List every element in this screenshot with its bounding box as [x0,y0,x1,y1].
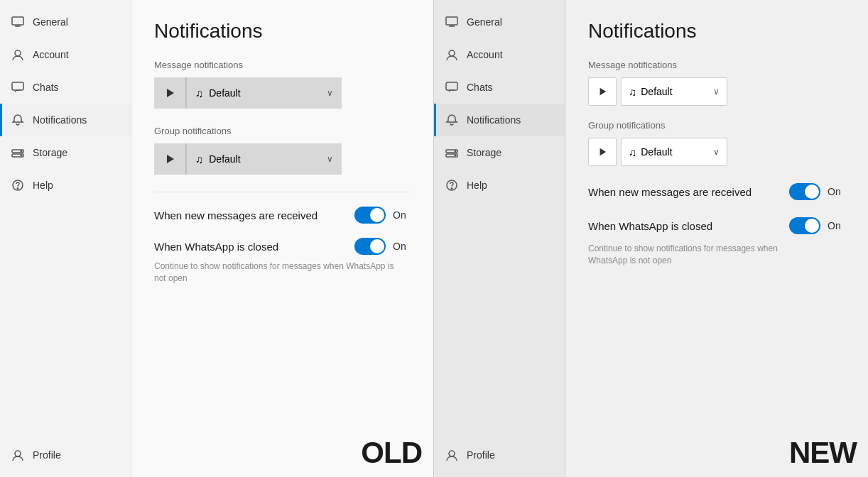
sidebar-label-help-right: Help [467,180,487,191]
profile-icon-left [11,449,24,461]
left-main-content: Notifications Message notifications ♫ De… [131,0,433,477]
right-toggle-1-switch[interactable] [789,183,820,200]
sidebar-label-chats-right: Chats [467,82,493,93]
sidebar-item-notifications-right[interactable]: Notifications [434,104,565,136]
bell-icon-left [11,114,24,126]
left-message-section-label: Message notifications [154,60,411,70]
bell-icon-right [445,114,458,126]
right-group-dropdown-arrow: ∨ [713,147,720,157]
svg-point-3 [15,50,21,56]
sidebar-label-general-left: General [33,16,68,28]
left-description: Continue to show notifications for messa… [154,261,396,285]
svg-marker-26 [600,88,607,95]
right-toggle-1-state: On [828,186,845,197]
right-toggle-2-state: On [828,220,845,231]
left-group-sound-selector: ♫ Default ∨ [154,143,411,175]
sidebar-label-profile-right: Profile [467,449,495,461]
sidebar-item-account-left[interactable]: Account [0,38,131,71]
right-group-play-button[interactable] [588,138,617,166]
right-group-sound-selector: ♫ Default ∨ [588,138,845,166]
account-icon-right [445,48,458,61]
right-page-title: Notifications [588,20,845,43]
left-divider [154,192,411,192]
chat-icon-left [11,81,24,94]
left-message-dropdown-arrow: ∨ [327,88,333,98]
right-group-sound-dropdown[interactable]: ♫ Default ∨ [621,138,727,166]
svg-point-21 [455,150,456,152]
storage-icon-left [11,146,24,159]
sidebar-item-notifications-left[interactable]: Notifications [0,104,131,136]
svg-point-8 [21,155,22,156]
sidebar-label-account-left: Account [33,49,69,60]
left-message-sound-dropdown[interactable]: ♫ Default ∨ [185,77,342,109]
right-group-sound-name: Default [641,146,709,158]
sidebar-label-storage-right: Storage [467,147,501,158]
sidebar-label-storage-left: Storage [33,147,67,158]
svg-point-17 [449,50,455,56]
left-toggle-2-switch[interactable] [354,238,386,255]
sidebar-label-notifications-right: Notifications [467,114,521,126]
left-message-play-button[interactable] [154,77,185,109]
svg-marker-13 [167,155,174,163]
right-main-content: Notifications Message notifications ♫ De… [565,0,868,477]
left-group-sound-dropdown[interactable]: ♫ Default ∨ [185,143,342,175]
left-group-sound-name: Default [209,153,321,165]
left-group-dropdown-arrow: ∨ [327,154,333,164]
right-toggle-2-switch[interactable] [789,217,820,234]
right-toggle-row-1: When new messages are received On [588,183,845,200]
sidebar-item-general-left[interactable]: General [0,6,131,38]
svg-rect-14 [446,17,457,25]
help-icon-left [11,179,24,192]
sidebar-label-chats-left: Chats [33,82,59,93]
right-group-sound-icon: ♫ [629,146,636,158]
sidebar-item-help-left[interactable]: Help [0,169,131,202]
right-description: Continue to show notifications for messa… [588,243,801,267]
sidebar-item-storage-left[interactable]: Storage [0,136,131,169]
svg-marker-12 [167,89,174,97]
sidebar-label-account-right: Account [467,49,503,60]
right-message-sound-selector: ♫ Default ∨ [588,77,845,106]
sidebar-item-general-right[interactable]: General [434,6,565,38]
right-sidebar: General Account Chats [434,0,565,477]
right-message-sound-dropdown[interactable]: ♫ Default ∨ [621,77,727,106]
sidebar-item-storage-right[interactable]: Storage [434,136,565,169]
svg-point-11 [15,451,21,456]
sidebar-item-help-right[interactable]: Help [434,169,565,202]
right-watermark: NEW [789,436,857,470]
right-message-sound-icon: ♫ [629,86,636,98]
left-group-play-button[interactable] [154,143,185,175]
help-icon-right [445,179,458,192]
sidebar-label-help-left: Help [33,180,53,191]
left-toggle-1-label: When new messages are received [154,209,354,221]
right-toggle-1-label: When new messages are received [588,186,789,198]
right-toggle-2-label: When WhatsApp is closed [588,220,789,232]
account-icon-left [11,48,24,61]
svg-point-7 [21,150,22,152]
right-group-section-label: Group notifications [588,120,845,131]
sidebar-item-profile-right[interactable]: Profile [434,439,565,471]
storage-icon-right [445,146,458,159]
svg-marker-27 [600,148,607,155]
monitor-icon-right [445,16,458,28]
svg-point-24 [451,188,452,189]
left-toggle-1-switch[interactable] [354,207,386,224]
svg-rect-18 [446,82,457,90]
chat-icon-right [445,81,458,94]
left-toggle-2-label: When WhatsApp is closed [154,241,354,253]
right-message-dropdown-arrow: ∨ [713,87,720,97]
right-message-section-label: Message notifications [588,60,845,70]
sidebar-label-notifications-left: Notifications [33,114,87,126]
right-message-sound-name: Default [641,86,709,97]
svg-point-22 [455,155,456,156]
left-toggle-2-state: On [393,241,411,252]
left-watermark: OLD [361,436,422,470]
sidebar-item-account-right[interactable]: Account [434,38,565,71]
left-group-section-label: Group notifications [154,126,411,136]
right-message-play-button[interactable] [588,77,617,106]
profile-icon-right [445,449,458,461]
sidebar-item-profile-left[interactable]: Profile [0,439,131,471]
left-panel: General Account Chats [0,0,434,477]
left-page-title: Notifications [154,20,411,43]
sidebar-item-chats-right[interactable]: Chats [434,71,565,104]
sidebar-item-chats-left[interactable]: Chats [0,71,131,104]
